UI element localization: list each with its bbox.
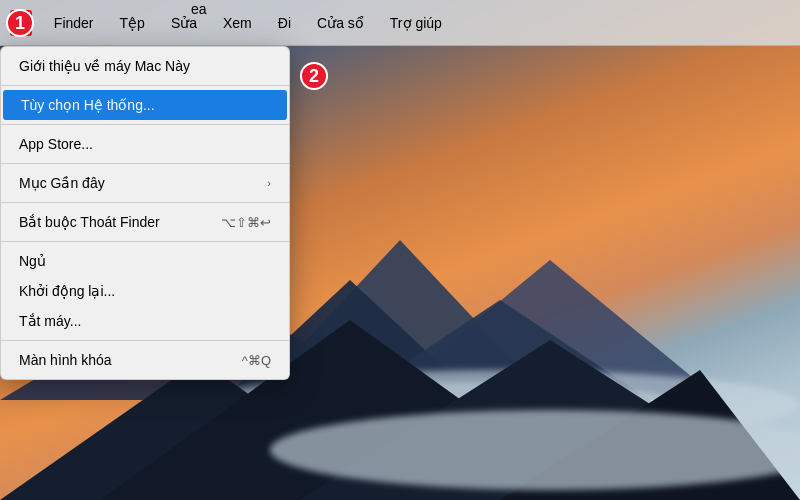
menubar-xem[interactable]: Xem xyxy=(219,13,256,33)
menu-separator-6 xyxy=(1,340,289,341)
menu-separator-4 xyxy=(1,202,289,203)
menu-item-appstore-label: App Store... xyxy=(19,136,93,152)
menu-item-about[interactable]: Giới thiệu về máy Mac Này xyxy=(1,51,289,81)
menubar-trogiup[interactable]: Trợ giúp xyxy=(386,13,446,33)
menu-separator-1 xyxy=(1,85,289,86)
step2-badge: 2 xyxy=(300,62,328,90)
recent-submenu-chevron: › xyxy=(267,177,271,189)
menubar-tep[interactable]: Tệp xyxy=(116,13,149,33)
menu-item-force-quit[interactable]: Bắt buộc Thoát Finder ⌥⇧⌘↩ xyxy=(1,207,289,237)
menu-item-shutdown[interactable]: Tắt máy... xyxy=(1,306,289,336)
menu-item-system-prefs[interactable]: Tùy chọn Hệ thống... xyxy=(3,90,287,120)
menu-separator-2 xyxy=(1,124,289,125)
menu-item-restart-label: Khởi động lại... xyxy=(19,283,115,299)
menu-item-appstore[interactable]: App Store... xyxy=(1,129,289,159)
menu-item-lock[interactable]: Màn hình khóa ^⌘Q xyxy=(1,345,289,375)
menu-separator-5 xyxy=(1,241,289,242)
ea-text: ea xyxy=(191,1,207,17)
menu-separator-3 xyxy=(1,163,289,164)
menu-item-system-prefs-label: Tùy chọn Hệ thống... xyxy=(21,97,155,113)
lock-shortcut: ^⌘Q xyxy=(242,353,271,368)
menu-bar:  Finder Tệp Sửa Xem Đi Cửa sổ Trợ giúp … xyxy=(0,0,800,46)
menu-item-shutdown-label: Tắt máy... xyxy=(19,313,81,329)
menu-item-force-quit-label: Bắt buộc Thoát Finder xyxy=(19,214,160,230)
menu-item-about-label: Giới thiệu về máy Mac Này xyxy=(19,58,190,74)
step1-badge: 1 xyxy=(6,9,34,37)
menu-item-lock-label: Màn hình khóa xyxy=(19,352,112,368)
apple-dropdown-menu: Giới thiệu về máy Mac Này Tùy chọn Hệ th… xyxy=(0,46,290,380)
menu-item-sleep[interactable]: Ngủ xyxy=(1,246,289,276)
menubar-cuaso[interactable]: Cửa sổ xyxy=(313,13,368,33)
menu-item-restart[interactable]: Khởi động lại... xyxy=(1,276,289,306)
menu-item-sleep-label: Ngủ xyxy=(19,253,46,269)
menubar-di[interactable]: Đi xyxy=(274,13,295,33)
menu-item-recent-label: Mục Gần đây xyxy=(19,175,105,191)
menu-item-recent[interactable]: Mục Gần đây › xyxy=(1,168,289,198)
force-quit-shortcut: ⌥⇧⌘↩ xyxy=(221,215,271,230)
menubar-finder[interactable]: Finder xyxy=(50,13,98,33)
